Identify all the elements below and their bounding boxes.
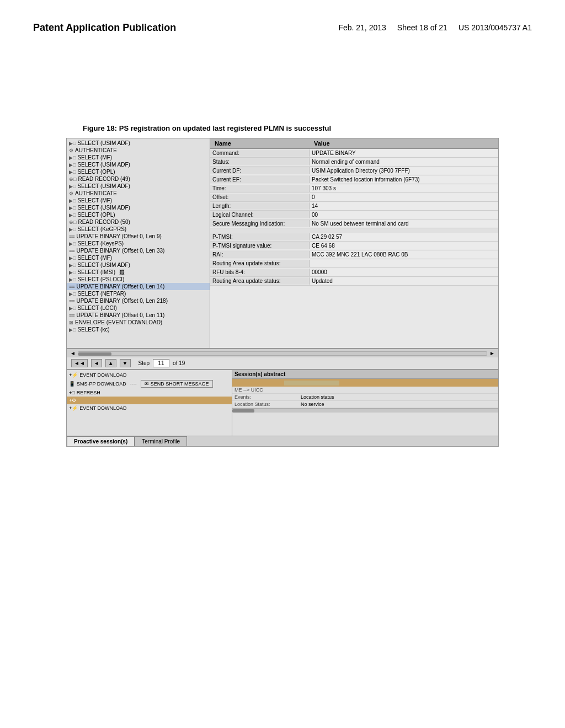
event1-icon: +⚡: [69, 372, 78, 378]
step-up-btn[interactable]: ▲: [105, 359, 116, 367]
list-item-icon-12: ▶□: [69, 227, 76, 232]
detail-row-name-4: Time:: [210, 185, 310, 192]
location-label: Location Status:: [234, 402, 301, 407]
location-value: No service: [301, 402, 496, 407]
list-item-icon-22: ≡≡: [69, 298, 75, 304]
left-list-item-18[interactable]: ▶□SELECT (IMSI)🖼: [67, 269, 210, 276]
left-list-item-8[interactable]: ▶□SELECT (MF): [67, 197, 210, 204]
bottom-right-highlight-row: [232, 379, 498, 387]
bottom-item-event2[interactable]: +⚡ EVENT DOWNLOAD: [67, 404, 232, 412]
list-item-label-25: ENVELOPE (EVENT DOWNLOAD): [75, 319, 162, 325]
bottom-item-event1[interactable]: +⚡ EVENT DOWNLOAD: [67, 371, 232, 379]
left-list-item-3[interactable]: ▶□SELECT (USIM ADF): [67, 161, 210, 168]
list-item-icon-20: ≡≡: [69, 284, 75, 290]
tab-terminal-profile[interactable]: Terminal Profile: [135, 436, 187, 446]
col-value-header: Value: [312, 140, 496, 147]
step-input[interactable]: [153, 359, 169, 367]
left-list-item-1[interactable]: ⚙AUTHENTICATE: [67, 147, 210, 154]
left-list-item-4[interactable]: ▶□SELECT (OPL): [67, 168, 210, 175]
list-item-icon-5: ⊕□: [69, 176, 76, 182]
list-item-label-15: UPDATE BINARY (Offset 0, Len 33): [77, 248, 165, 254]
left-list-item-19[interactable]: ▶□SELECT (PSLOCI): [67, 276, 210, 283]
detail-row2-name-0: P-TMSI:: [210, 233, 310, 240]
list-item-icon-16: ▶□: [69, 255, 76, 261]
left-list-item-2[interactable]: ▶□SELECT (MF): [67, 154, 210, 161]
tabs-bar: Proactive session(s) Terminal Profile: [67, 436, 498, 446]
left-list-panel[interactable]: ▶□SELECT (USIM ADF)⚙AUTHENTICATE▶□SELECT…: [67, 138, 210, 348]
events-value: Location status: [301, 394, 496, 400]
list-item-icon-4: ▶□: [69, 169, 76, 175]
detail-row-value-2: USIM Application Directory (3F00 7FFF): [310, 167, 498, 174]
list-item-label-16: SELECT (MF): [77, 255, 112, 261]
right-detail-panel: Name Value Command:UPDATE BINARYStatus:N…: [210, 138, 498, 348]
tab-proactive-sessions[interactable]: Proactive session(s): [67, 436, 135, 446]
list-item-label-23: SELECT (LOCI): [77, 305, 117, 311]
left-list-item-16[interactable]: ▶□SELECT (MF): [67, 254, 210, 261]
bottom-item-sms[interactable]: 📱 SMS-PP DOWNLOAD ---- ✉ SEND SHORT MESS…: [67, 379, 232, 389]
detail-row2-name-4: RFU bits 8-4:: [210, 269, 310, 276]
left-list-item-0[interactable]: ▶□SELECT (USIM ADF): [67, 140, 210, 147]
detail-row-0: Command:UPDATE BINARY: [210, 149, 498, 158]
left-list-item-14[interactable]: ▶□SELECT (KeysPS): [67, 240, 210, 247]
detail-row2-name-5: Routing Area update status:: [210, 277, 310, 285]
detail-row2-name-2: RAI:: [210, 251, 310, 258]
list-item-label-19: SELECT (PSLOCI): [77, 276, 124, 282]
screenshot-container: ▶□SELECT (USIM ADF)⚙AUTHENTICATE▶□SELECT…: [66, 138, 499, 447]
left-list-item-21[interactable]: ▶□SELECT (NETPAR): [67, 290, 210, 297]
list-item-label-5: READ RECORD (49): [78, 176, 130, 182]
detail-row-3: Current EF:Packet Switched location info…: [210, 175, 498, 184]
left-list-item-24[interactable]: ≡≡UPDATE BINARY (Offset 0, Len 11): [67, 312, 210, 319]
detail-row2-value-4: 00000: [310, 269, 498, 276]
send-sms-button[interactable]: ✉ SEND SHORT MESSAGE: [141, 380, 213, 388]
detail-row-name-8: Secure Messaging Indication:: [210, 220, 310, 227]
step-down-btn[interactable]: ▼: [120, 359, 131, 367]
detail-header: Name Value: [210, 138, 498, 149]
detail-row-value-5: 0: [310, 194, 498, 201]
detail-row2-value-5: Updated: [310, 277, 498, 285]
left-list-item-10[interactable]: ▶□SELECT (OPL): [67, 211, 210, 218]
left-list-item-7[interactable]: ⚙AUTHENTICATE: [67, 190, 210, 197]
list-item-icon-9: ▶□: [69, 205, 76, 211]
left-list-item-22[interactable]: ≡≡UPDATE BINARY (Offset 0, Len 218): [67, 297, 210, 304]
bottom-item-refresh[interactable]: +□ REFRESH: [67, 389, 232, 397]
list-item-label-24: UPDATE BINARY (Offset 0, Len 11): [77, 312, 165, 318]
left-list-item-9[interactable]: ▶□SELECT (USIM ADF): [67, 204, 210, 211]
detail-row-8: Secure Messaging Indication:No SM used b…: [210, 220, 498, 228]
patent-date: Feb. 21, 2013: [338, 22, 386, 34]
detail-row-value-4: 107 303 s: [310, 185, 498, 192]
left-list-item-17[interactable]: ▶□SELECT (USIM ADF): [67, 261, 210, 269]
list-item-icon-11: ⊕□: [69, 220, 76, 225]
patent-meta: Feb. 21, 2013 Sheet 18 of 21 US 2013/004…: [338, 22, 532, 34]
send-sms-icon: ✉: [145, 381, 149, 387]
left-list-item-5[interactable]: ⊕□READ RECORD (49): [67, 175, 210, 183]
left-list-item-26[interactable]: ▶□SELECT (kc): [67, 326, 210, 333]
left-list-item-13[interactable]: ≡≡UPDATE BINARY (Offset 0, Len 9): [67, 233, 210, 240]
list-item-label-17: SELECT (USIM ADF): [77, 262, 130, 268]
left-list-item-6[interactable]: ▶□SELECT (USIM ADF): [67, 183, 210, 190]
step-prev-btn[interactable]: ◄◄: [71, 359, 88, 367]
list-item-label-7: AUTHENTICATE: [75, 190, 117, 196]
list-item-icon-10: ▶□: [69, 212, 76, 218]
detail-row2-3: Routing Area update status:: [210, 259, 498, 268]
left-list-item-12[interactable]: ▶□SELECT (KeGPRS): [67, 226, 210, 233]
detail-row-4: Time:107 303 s: [210, 184, 498, 193]
refresh-label: REFRESH: [77, 390, 100, 395]
detail-row-2: Current DF:USIM Application Directory (3…: [210, 167, 498, 175]
list-item-icon-7: ⚙: [69, 191, 73, 196]
data-icon: +⚙: [69, 398, 76, 403]
left-list-item-25[interactable]: ⊠ENVELOPE (EVENT DOWNLOAD): [67, 319, 210, 326]
top-panel: ▶□SELECT (USIM ADF)⚙AUTHENTICATE▶□SELECT…: [67, 138, 498, 349]
list-item-label-8: SELECT (MF): [77, 197, 112, 204]
list-item-label-2: SELECT (MF): [77, 154, 112, 160]
step-back-btn[interactable]: ◄: [91, 359, 102, 367]
bottom-item-data[interactable]: +⚙: [67, 397, 232, 404]
list-item-icon-8: ▶□: [69, 198, 76, 204]
left-list-item-11[interactable]: ⊕□READ RECORD (50): [67, 218, 210, 226]
left-list-item-23[interactable]: ▶□SELECT (LOCI): [67, 304, 210, 312]
step-bar: ◄◄ ◄ ▲ ▼ Step of 19: [67, 357, 498, 370]
left-list-item-15[interactable]: ≡≡UPDATE BINARY (Offset 0, Len 33): [67, 247, 210, 254]
list-item-icon-0: ▶□: [69, 141, 76, 146]
events-label: Events:: [234, 394, 301, 400]
detail-row-6: Length:14: [210, 202, 498, 211]
left-list-item-20[interactable]: ≡≡UPDATE BINARY (Offset 0, Len 14): [67, 283, 210, 290]
